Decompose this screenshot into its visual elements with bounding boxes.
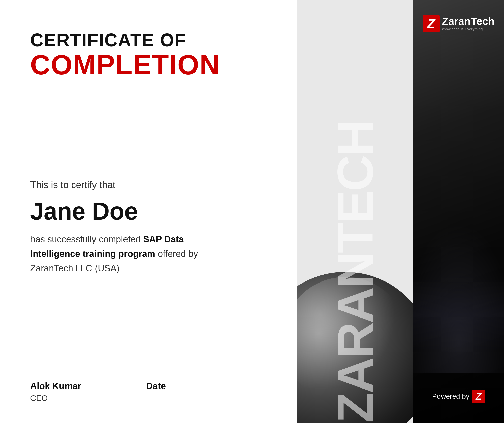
powered-by-text: Powered by <box>432 392 469 400</box>
signer-block: Alok Kumar CEO <box>30 376 96 403</box>
signature-line <box>30 376 96 376</box>
logo-brand-zaran: Zaran <box>442 15 470 27</box>
date-block: Date <box>146 376 212 394</box>
logo-z-letter: Z <box>427 17 435 30</box>
logo-z-box: Z <box>423 15 440 32</box>
powered-by-section: Powered by Z <box>413 390 504 403</box>
certificate-wrapper: CERTIFICATE OF COMPLETION This is to cer… <box>0 0 504 423</box>
date-label: Date <box>146 381 212 392</box>
signer-name: Alok Kumar <box>30 381 96 392</box>
powered-z-letter: Z <box>476 392 481 401</box>
date-line <box>146 376 212 376</box>
signer-title: CEO <box>30 394 96 403</box>
atmo-lines <box>413 277 504 352</box>
left-section: CERTIFICATE OF COMPLETION This is to cer… <box>0 0 297 423</box>
completion-text: has successfully completed SAP Data Inte… <box>30 232 232 276</box>
logo-brand-tech: Tech <box>471 15 495 27</box>
cert-body: This is to certify that Jane Doe has suc… <box>30 84 272 361</box>
cert-title-line2: COMPLETION <box>30 50 272 79</box>
right-section: Z ZaranTech knowledge is Everything Powe… <box>413 0 504 423</box>
signature-section: Alok Kumar CEO Date <box>30 361 272 403</box>
cert-title-line1: CERTIFICATE OF <box>30 30 272 50</box>
logo-text-block: ZaranTech knowledge is Everything <box>442 16 494 31</box>
logo-tagline: knowledge is Everything <box>442 27 494 31</box>
middle-section: ZARANTECH <box>297 0 413 423</box>
recipient-name: Jane Doe <box>30 198 272 225</box>
completion-prefix: has successfully completed <box>30 234 143 244</box>
logo-container: Z ZaranTech knowledge is Everything <box>423 15 494 32</box>
certificate-title: CERTIFICATE OF COMPLETION <box>30 30 272 84</box>
powered-z-box: Z <box>472 390 485 403</box>
logo-brand-name: ZaranTech <box>442 16 494 27</box>
certify-text: This is to certify that <box>30 180 272 190</box>
